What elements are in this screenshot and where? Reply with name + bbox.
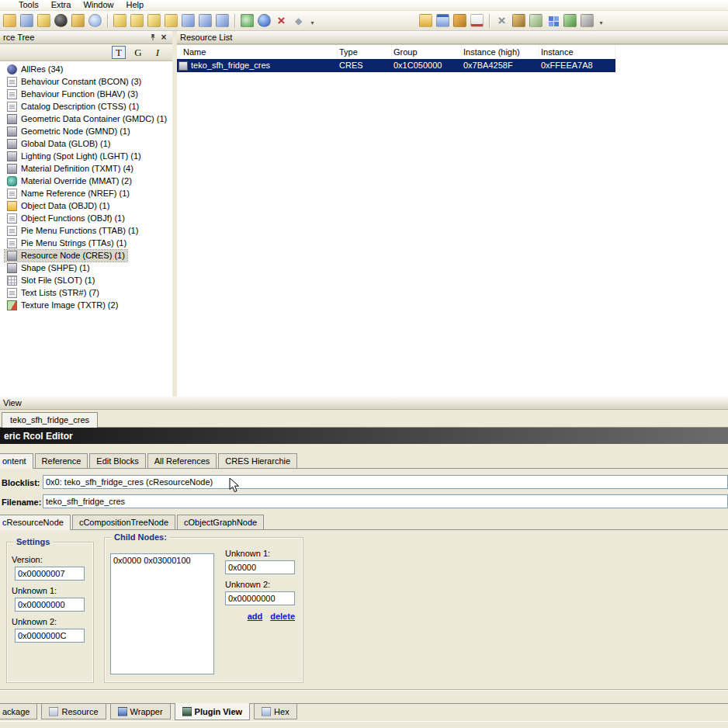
tree-item-bhav[interactable]: Behaviour Function (BHAV) (3) — [0, 88, 172, 100]
tree-item-slot[interactable]: Slot File (SLOT) (1) — [0, 274, 172, 286]
menu-extra[interactable]: Extra — [45, 0, 78, 11]
tree-item-lght[interactable]: Lighting (Spot Light) (LGHT) (1) — [0, 150, 172, 162]
tree-item-mmat[interactable]: Material Override (MMAT) (2) — [0, 175, 172, 187]
search-icon[interactable] — [88, 14, 102, 27]
child-unknown2-input[interactable] — [225, 591, 295, 605]
open-icon[interactable] — [3, 14, 16, 27]
tree-item-objd[interactable]: Object Data (OBJD) (1) — [0, 199, 172, 212]
web-icon[interactable] — [258, 14, 271, 27]
settings-unknown2-input[interactable] — [15, 629, 85, 643]
version-input[interactable] — [15, 567, 85, 581]
grid-icon[interactable] — [546, 14, 560, 27]
settings-unknown2-label: Unknown 2: — [12, 617, 57, 626]
child-node-item[interactable]: 0x0000 0x03000100 — [111, 554, 213, 567]
tree-item-objf[interactable]: Object Functions (OBJf) (1) — [0, 212, 172, 224]
preview-window-icon[interactable] — [436, 14, 449, 27]
cut-icon[interactable] — [495, 14, 508, 27]
tab-reference[interactable]: Reference — [35, 453, 88, 468]
tools-icon[interactable] — [581, 14, 594, 27]
diamond-icon[interactable] — [292, 14, 305, 27]
new-resource-icon[interactable] — [113, 14, 127, 27]
menu-window[interactable]: Window — [77, 0, 120, 11]
add-resource-icon[interactable] — [130, 14, 144, 27]
people-icon[interactable] — [512, 14, 525, 27]
notes-icon[interactable] — [470, 14, 484, 27]
view-tab-teko[interactable]: teko_sfh_fridge_cres — [2, 412, 98, 428]
tree-item-ctss[interactable]: Catalog Description (CTSS) (1) — [0, 100, 172, 113]
column-header-type[interactable]: Type — [338, 45, 392, 59]
view-panel-header: View — [0, 397, 728, 410]
copy-resource-icon[interactable] — [165, 14, 178, 27]
menu-tools[interactable]: Tools — [12, 0, 45, 11]
view-panel-title: View — [3, 398, 22, 407]
tab-hex-label: Hex — [274, 707, 289, 716]
child-unknown1-input[interactable] — [225, 560, 295, 574]
tab-cobjectgraphnode[interactable]: cObjectGraphNode — [177, 515, 264, 529]
close-icon[interactable]: × — [158, 33, 169, 43]
tab-ccompositiontreenode[interactable]: cCompositionTreeNode — [72, 515, 175, 529]
window-details-icon[interactable] — [199, 14, 212, 27]
tab-resource[interactable]: Resource — [41, 704, 106, 719]
tab-edit-blocks[interactable]: Edit Blocks — [89, 453, 145, 468]
column-header-name[interactable]: Name — [177, 45, 338, 59]
tab-package[interactable]: ackage — [0, 704, 37, 719]
package-box-icon[interactable] — [453, 14, 466, 27]
tree-item-nref[interactable]: Name Reference (NREF) (1) — [0, 187, 172, 199]
tab-cresourcenode[interactable]: cResourceNode — [0, 515, 71, 530]
tree-item-txtr[interactable]: Texture Image (TXTR) (2) — [0, 299, 172, 311]
window-preview-icon[interactable] — [216, 14, 229, 27]
column-header-instance-high[interactable]: Instance (high) — [462, 45, 539, 59]
add-link[interactable]: add — [248, 612, 263, 621]
filter-group-button[interactable]: G — [131, 46, 145, 59]
tree-item-str[interactable]: Text Lists (STR#) (7) — [0, 286, 172, 299]
tab-wrapper[interactable]: Wrapper — [110, 704, 171, 719]
tab-hex[interactable]: Hex — [254, 704, 297, 719]
tree-item-txmt[interactable]: Material Definition (TXMT) (4) — [0, 162, 172, 175]
tree-item-glob[interactable]: Global Data (GLOB) (1) — [0, 137, 172, 150]
tree-item-allres[interactable]: AllRes (34) — [0, 63, 172, 75]
column-header-instance[interactable]: Instance — [539, 45, 615, 59]
tree-item-ttab[interactable]: Pie Menu Functions (TTAB) (1) — [0, 224, 172, 237]
tree-item-shpe[interactable]: Shape (SHPE) (1) — [0, 262, 172, 274]
settings-unknown1-input[interactable] — [15, 598, 85, 612]
tab-plugin-view[interactable]: Plugin View — [175, 703, 251, 720]
folder-icon[interactable] — [419, 14, 432, 27]
window-list-icon[interactable] — [182, 14, 195, 27]
tree-item-label: Catalog Description (CTSS) (1) — [21, 102, 139, 111]
delete-link[interactable]: delete — [270, 612, 295, 621]
save-icon[interactable] — [20, 14, 33, 27]
resource-row-selected[interactable]: teko_sfh_fridge_cres CRES 0x1C050000 0x7… — [177, 59, 615, 72]
save-all-icon[interactable] — [37, 14, 50, 27]
toolbar-overflow2-icon[interactable]: ▾ — [597, 14, 605, 28]
tree-item-gmdc[interactable]: Geometric Data Container (GMDC) (1) — [0, 113, 172, 125]
tab-content[interactable]: ontent — [0, 453, 33, 469]
child-node-actions: add delete — [225, 612, 295, 621]
refresh-icon[interactable] — [241, 14, 254, 27]
filter-instance-button[interactable]: I — [151, 46, 165, 59]
filename-input[interactable] — [43, 494, 728, 508]
tree-item-bcon[interactable]: Behaviour Constant (BCON) (3) — [0, 75, 172, 88]
tab-cres-hierarchie[interactable]: CRES Hierarchie — [218, 453, 297, 468]
filter-type-button[interactable]: T — [112, 46, 126, 59]
export-icon[interactable] — [71, 14, 85, 27]
close-package-icon[interactable] — [54, 14, 68, 27]
column-header-group[interactable]: Group — [392, 45, 462, 59]
menu-help[interactable]: Help — [120, 0, 151, 11]
tab-all-references[interactable]: All References — [147, 453, 217, 468]
tree-item-gmnd[interactable]: Geometric Node (GMND) (1) — [0, 125, 172, 137]
blocklist-combo[interactable] — [43, 475, 728, 489]
save-resource-icon[interactable] — [147, 14, 161, 27]
tree-item-ttas[interactable]: Pie Menu Strings (TTAs) (1) — [0, 237, 172, 249]
child-nodes-listbox[interactable]: 0x0000 0x03000100 — [110, 553, 214, 674]
photo-icon[interactable] — [529, 14, 543, 27]
users-icon[interactable] — [563, 14, 577, 27]
mouse-cursor — [229, 477, 240, 494]
view-tab-strip: teko_sfh_fridge_cres — [0, 410, 728, 428]
tree-item-cres[interactable]: Resource Node (CRES) (1) — [0, 249, 172, 262]
tree-item-label: Global Data (GLOB) (1) — [21, 139, 111, 148]
pin-icon[interactable] — [147, 33, 158, 43]
delete-icon[interactable] — [275, 14, 288, 27]
texture-image-icon — [7, 300, 17, 310]
toolbar-overflow-icon[interactable]: ▾ — [308, 14, 317, 28]
resource-tree: AllRes (34) Behaviour Constant (BCON) (3… — [0, 61, 172, 397]
